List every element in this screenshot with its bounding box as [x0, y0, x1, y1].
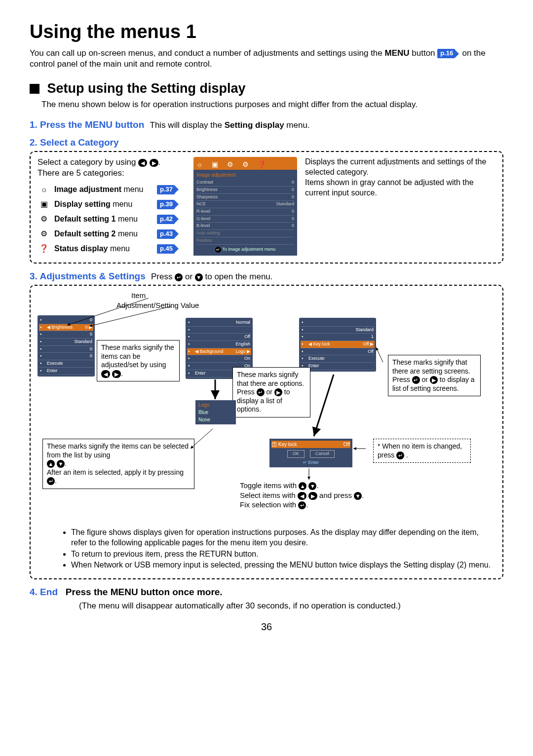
category-row: ⚙Default setting 2 menup.43: [38, 228, 186, 240]
down-icon: ▼: [308, 482, 316, 490]
osd-row: NCEStandard: [196, 201, 294, 208]
osd-row: G-level0: [196, 216, 294, 223]
enter-icon: ↵: [47, 477, 55, 485]
right-icon: ▶: [430, 376, 438, 384]
adjustments-box: Item Adjustment/Setting Value ▪0▪◀ Brigh…: [30, 285, 503, 579]
osd-row: R-level0: [196, 208, 294, 216]
left-icon: ◀: [101, 370, 110, 378]
osd-row: ▪Execute: [301, 355, 375, 363]
category-icon: ▣: [38, 198, 50, 210]
intro-text-2: button: [412, 48, 437, 58]
osd-row: ▪◀ BackgroundLogo ▶: [187, 348, 251, 356]
callout-options: These marks signify that there are optio…: [232, 367, 310, 417]
osd-row: ▪English: [187, 341, 251, 348]
step-1-head: 1. Press the MENU button This will displ…: [30, 119, 503, 131]
category-list: ☼Image adjustment menup.37▣Display setti…: [38, 184, 186, 255]
osd-row: ▪: [187, 327, 251, 334]
enter-icon: ↵: [257, 388, 265, 396]
tab-display-icon: ▣: [212, 160, 218, 169]
section-heading: Setup using the Setting display: [30, 80, 503, 97]
osd-right: ▪▪Standard▪1▪◀ Key lockOff ▶▪Off▪Execute…: [299, 318, 376, 372]
category-label: Default setting 2 menu: [54, 229, 153, 239]
osd-row: ▪◀ Brightness0 ▶: [39, 324, 93, 332]
osd-row: ▪Enter: [39, 368, 93, 375]
osd-row: ▪0: [39, 317, 93, 324]
page-number: 36: [30, 620, 503, 633]
page-ref[interactable]: p.42: [157, 215, 175, 224]
intro-text-1: You can call up on-screen menus, and con…: [30, 48, 385, 58]
down-icon: ▼: [57, 460, 65, 468]
category-label: Status display menu: [54, 244, 153, 254]
tab-image-icon: ☼: [196, 160, 203, 169]
svg-line-7: [376, 347, 383, 362]
osd-row: ▪0: [39, 331, 93, 339]
note-item: The figure shows displays given for oper…: [71, 528, 495, 548]
osd-row: Contrast0: [196, 179, 294, 187]
page-title: Using the menus 1: [30, 20, 503, 44]
dropdown-item[interactable]: None: [198, 416, 233, 423]
menu-word: MENU: [385, 48, 410, 58]
osd-left: ▪0▪◀ Brightness0 ▶▪0▪Standard▪0▪0▪Execut…: [38, 315, 95, 377]
category-row: ❓Status display menup.45: [38, 243, 186, 255]
category-row: ▣Display setting menup.39: [38, 198, 186, 210]
osd-row: Brightness0: [196, 187, 294, 194]
item-label: Item: [131, 291, 146, 301]
up-icon: ▲: [299, 482, 306, 490]
value-label: Adjustment/Setting Value: [116, 301, 199, 310]
note-item: When Network or USB memory input is sele…: [71, 560, 495, 570]
right-icon: ▶: [150, 159, 158, 167]
tab-status-icon: ❓: [258, 160, 266, 169]
five-categories-text: There are 5 categories:: [38, 168, 186, 179]
section-body: The menu shown below is for operation in…: [41, 99, 503, 110]
step4-bold: Press the MENU button once more.: [66, 587, 223, 597]
right-icon: ▶: [308, 492, 317, 500]
tab-default1-icon: ⚙: [227, 160, 233, 169]
left-icon: ◀: [138, 159, 147, 167]
keylock-popup: ⚿ Key lock Off OK Cancel ↵ Enter: [269, 439, 352, 467]
category-row: ⚙Default setting 1 menup.42: [38, 213, 186, 225]
step-3-head: 3. Adjustments & Settings Press ↵ or ▼ t…: [30, 270, 503, 283]
cancel-button[interactable]: Cancel: [310, 450, 335, 458]
dropdown-item[interactable]: Blue: [198, 409, 233, 416]
category-icon: ⚙: [38, 213, 50, 225]
osd-row: ▪On: [187, 355, 251, 363]
down-icon: ▼: [195, 273, 203, 281]
enter-icon: ↵: [412, 376, 420, 384]
osd-row: ▪◀ Key lockOff ▶: [301, 341, 375, 348]
enter-icon: ↵: [298, 501, 306, 509]
right-icon: ▶: [112, 370, 121, 378]
osd-row: Auto setting: [196, 230, 294, 237]
osd-row: ▪: [301, 319, 375, 327]
step1-aside-b: menu.: [286, 120, 309, 130]
right-icon: ▶: [274, 388, 282, 396]
page-ref[interactable]: p.43: [157, 229, 175, 239]
osd-row: ▪0: [39, 353, 93, 360]
left-icon: ◀: [298, 492, 306, 500]
osd-row: ▪Off: [301, 348, 375, 356]
osd-row: B-level0: [196, 223, 294, 230]
osd-row: ▪Execute: [39, 360, 93, 368]
select-instruction: Select a category by using ◀ ▶.: [38, 157, 186, 168]
ok-button[interactable]: OK: [287, 450, 305, 458]
osd-preview: ☼ ▣ ⚙ ⚙ ❓ Image adjustment Contrast0Brig…: [193, 157, 297, 255]
notes-list: The figure shows displays given for oper…: [44, 528, 495, 570]
up-icon: ▲: [47, 460, 55, 468]
page-ref[interactable]: p.37: [157, 185, 175, 194]
osd-row: ▪Normal: [187, 319, 251, 327]
category-icon: ☼: [38, 184, 50, 195]
page-ref[interactable]: p.39: [157, 200, 175, 209]
callout-updown: These marks signify the items can be sel…: [42, 439, 194, 489]
step-4-head: 4. End Press the MENU button once more.: [30, 586, 503, 599]
category-row: ☼Image adjustment menup.37: [38, 184, 186, 195]
dropdown-item[interactable]: Logo: [198, 401, 233, 409]
enter-icon: ↵: [175, 273, 183, 281]
down-icon: ▼: [354, 492, 362, 500]
page-ref-16[interactable]: p.16: [437, 49, 455, 58]
osd-row: ▪1: [301, 334, 375, 341]
osd-tabs: ☼ ▣ ⚙ ⚙ ❓: [193, 157, 297, 170]
page-ref[interactable]: p.45: [157, 244, 175, 254]
toggle-instructions: Toggle items with ▲ ▼. Select items with…: [240, 481, 364, 510]
enter-icon: ↵: [396, 452, 404, 459]
tab-default2-icon: ⚙: [242, 160, 249, 169]
no-item-note: * When no item is changed, press ↵ .: [373, 439, 471, 463]
